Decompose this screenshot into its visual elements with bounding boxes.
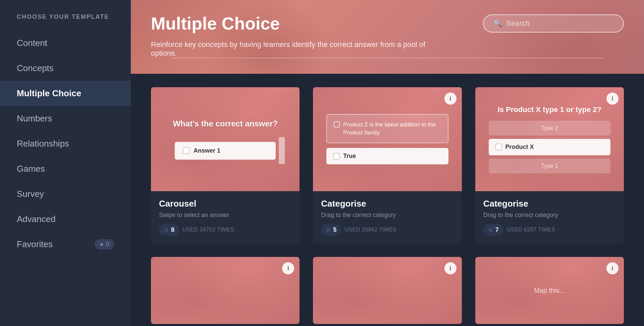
template-grid: What's the correct answer? Answer 1 Caro… (151, 87, 624, 324)
template-card-bottom-3[interactable]: i Map this... (475, 257, 624, 324)
info-button-2[interactable]: i (606, 93, 619, 105)
statement-text: Product Z is the latest addition to the … (343, 121, 441, 137)
sidebar-item-multiple-choice[interactable]: Multiple Choice (0, 81, 131, 106)
cat2-preview: Is Product X type 1 or type 2? Type 2 Pr… (489, 105, 611, 173)
template-card-categorise-1[interactable]: i Product Z is the latest addition to th… (313, 87, 462, 243)
sidebar-item-numbers[interactable]: Numbers (0, 106, 131, 131)
rating-num-cat1: 5 (333, 226, 336, 233)
star-icon-2: ☆ (326, 226, 331, 233)
card-body-categorise-1: Categorise Drag to the correct category … (313, 191, 462, 243)
star-rating-carousel: ☆ 8 (159, 224, 179, 235)
cat2-type2: Type 2 (489, 121, 611, 135)
star-rating-categorise-1: ☆ 5 (321, 224, 341, 235)
search-input[interactable] (506, 19, 614, 28)
search-icon: 🔍 (493, 19, 502, 28)
card-meta-carousel: ☆ 8 USED 16752 TIMES (159, 224, 291, 235)
main-content: Multiple Choice 🔍 Reinforce key concepts… (131, 0, 644, 326)
star-icon-3: ☆ (488, 226, 493, 233)
carousel-answer-box: Answer 1 (175, 142, 276, 160)
info-icon-1: i (449, 95, 451, 102)
card-meta-categorise-1: ☆ 5 USED 25862 TIMES (321, 224, 453, 235)
sidebar-header: CHOOSE YOUR TEMPLATE (0, 13, 131, 31)
cat2-type1: Type 1 (489, 159, 611, 173)
cat2-answer: Product X (489, 139, 611, 155)
card-desc-categorise-2: Drag to the correct category (483, 212, 616, 219)
card-desc-carousel: Swipe to select an answer (159, 212, 291, 219)
info-icon-2: i (611, 95, 613, 102)
page-title: Multiple Choice (151, 13, 280, 34)
header-top-row: Multiple Choice 🔍 (151, 13, 624, 34)
sidebar-item-favorites[interactable]: Favorites ★ 0 (0, 232, 131, 257)
main-header: Multiple Choice 🔍 Reinforce key concepts… (131, 0, 644, 74)
info-icon-4: i (449, 265, 451, 272)
main-subtitle: Reinforce key concepts by having learner… (151, 40, 453, 58)
info-icon-3: i (287, 265, 289, 272)
info-button-3[interactable]: i (282, 262, 294, 274)
true-text: True (343, 153, 356, 160)
statement-checkbox (334, 121, 340, 127)
template-card-bottom-2[interactable]: i (313, 257, 462, 324)
answer-text: Answer 1 (194, 147, 220, 154)
card-preview-categorise-2: i Is Product X type 1 or type 2? Type 2 … (475, 87, 624, 191)
star-icon: ☆ (164, 226, 169, 233)
sidebar-item-content[interactable]: Content (0, 31, 131, 56)
search-box[interactable]: 🔍 (483, 14, 624, 33)
template-card-carousel[interactable]: What's the correct answer? Answer 1 Caro… (151, 87, 300, 243)
card-preview-categorise-1: i Product Z is the latest addition to th… (313, 87, 462, 191)
categorise-answer: True (326, 148, 448, 164)
info-button-1[interactable]: i (444, 93, 457, 105)
star-filled-icon: ★ (99, 241, 104, 248)
sidebar-item-games[interactable]: Games (0, 156, 131, 181)
header-divider (171, 58, 604, 58)
info-button-4[interactable]: i (444, 262, 457, 274)
carousel-side-bar (279, 137, 285, 164)
cat2-question: Is Product X type 1 or type 2? (489, 105, 611, 114)
template-card-bottom-1[interactable]: i (151, 257, 300, 324)
sidebar-item-concepts[interactable]: Concepts (0, 56, 131, 81)
categorise-checkbox (333, 153, 340, 160)
statement-row: Product Z is the latest addition to the … (334, 121, 441, 137)
card-desc-categorise-1: Drag to the correct category (321, 212, 453, 219)
template-grid-container: What's the correct answer? Answer 1 Caro… (131, 74, 644, 326)
cat2-answer-text: Product X (505, 144, 534, 151)
card-preview-bottom-2: i (313, 257, 462, 324)
card-body-categorise-2: Categorise Drag to the correct category … (475, 191, 624, 243)
card-title-categorise-1: Categorise (321, 199, 453, 209)
template-card-categorise-2[interactable]: i Is Product X type 1 or type 2? Type 2 … (475, 87, 624, 243)
bottom-card-3-text: Map this... (534, 287, 565, 294)
sidebar-item-advanced[interactable]: Advanced (0, 207, 131, 232)
sidebar-item-survey[interactable]: Survey (0, 181, 131, 207)
carousel-preview-content: What's the correct answer? Answer 1 (166, 119, 285, 160)
card-preview-bottom-3: i Map this... (475, 257, 624, 324)
info-icon-5: i (611, 265, 613, 272)
used-text-cat1: USED 25862 TIMES (344, 227, 396, 233)
card-title-carousel: Carousel (159, 199, 291, 209)
cat2-checkbox (495, 144, 502, 150)
card-preview-bottom-1: i (151, 257, 300, 324)
star-rating-categorise-2: ☆ 7 (483, 224, 503, 235)
rating-num-carousel: 8 (171, 226, 174, 233)
card-title-categorise-2: Categorise (483, 199, 616, 209)
carousel-question: What's the correct answer? (166, 119, 285, 128)
favorites-badge: ★ 0 (95, 239, 114, 250)
card-body-carousel: Carousel Swipe to select an answer ☆ 8 U… (151, 191, 300, 243)
sidebar-item-relationships[interactable]: Relationships (0, 131, 131, 156)
rating-num-cat2: 7 (495, 226, 499, 233)
card-preview-carousel: What's the correct answer? Answer 1 (151, 87, 300, 191)
used-text-cat2: USED 6287 TIMES (507, 227, 555, 233)
used-text-carousel: USED 16752 TIMES (182, 227, 234, 233)
categorise-preview-1: Product Z is the latest addition to the … (326, 114, 448, 165)
answer-checkbox (183, 147, 190, 154)
card-meta-categorise-2: ☆ 7 USED 6287 TIMES (483, 224, 616, 235)
sidebar: CHOOSE YOUR TEMPLATE Content Concepts Mu… (0, 0, 131, 326)
